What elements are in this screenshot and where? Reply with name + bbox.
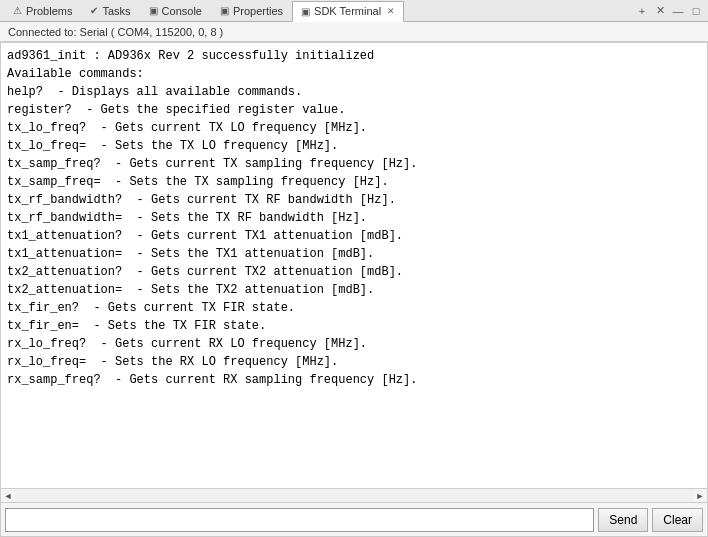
terminal-line: tx_fir_en? - Gets current TX FIR state. bbox=[7, 299, 701, 317]
terminal-line: tx2_attenuation= - Sets the TX2 attenuat… bbox=[7, 281, 701, 299]
terminal-line: rx_samp_freq? - Gets current RX sampling… bbox=[7, 371, 701, 389]
close-all-button[interactable]: ✕ bbox=[652, 3, 668, 19]
tab-console-label: Console bbox=[162, 5, 202, 17]
tab-sdk-terminal[interactable]: ▣ SDK Terminal ✕ bbox=[292, 1, 404, 22]
terminal-input-row: Send Clear bbox=[1, 502, 707, 536]
terminal-container: ad9361_init : AD936x Rev 2 successfully … bbox=[0, 42, 708, 537]
terminal-line: tx_lo_freq? - Gets current TX LO frequen… bbox=[7, 119, 701, 137]
tab-problems-label: Problems bbox=[26, 5, 72, 17]
tab-sdk-terminal-close[interactable]: ✕ bbox=[387, 6, 395, 16]
terminal-line: tx_lo_freq= - Sets the TX LO frequency [… bbox=[7, 137, 701, 155]
terminal-line: tx1_attenuation? - Gets current TX1 atte… bbox=[7, 227, 701, 245]
sdk-terminal-icon: ▣ bbox=[301, 6, 310, 17]
terminal-line: tx1_attenuation= - Sets the TX1 attenuat… bbox=[7, 245, 701, 263]
terminal-line: rx_lo_freq? - Gets current RX LO frequen… bbox=[7, 335, 701, 353]
tab-sdk-terminal-label: SDK Terminal bbox=[314, 5, 381, 17]
tab-console[interactable]: ▣ Console bbox=[140, 0, 211, 21]
scroll-right-button[interactable]: ► bbox=[693, 489, 707, 503]
tasks-icon: ✔ bbox=[90, 5, 98, 16]
terminal-line: Available commands: bbox=[7, 65, 701, 83]
tab-bar: ⚠ Problems ✔ Tasks ▣ Console ▣ Propertie… bbox=[0, 0, 708, 22]
terminal-line: ad9361_init : AD936x Rev 2 successfully … bbox=[7, 47, 701, 65]
connection-status: Connected to: Serial ( COM4, 115200, 0, … bbox=[8, 26, 223, 38]
scroll-track[interactable] bbox=[15, 489, 693, 503]
console-icon: ▣ bbox=[149, 5, 158, 16]
tab-problems[interactable]: ⚠ Problems bbox=[4, 0, 81, 21]
problems-icon: ⚠ bbox=[13, 5, 22, 16]
tab-tasks[interactable]: ✔ Tasks bbox=[81, 0, 139, 21]
terminal-line: register? - Gets the specified register … bbox=[7, 101, 701, 119]
terminal-line: tx_samp_freq? - Gets current TX sampling… bbox=[7, 155, 701, 173]
tab-properties[interactable]: ▣ Properties bbox=[211, 0, 292, 21]
status-bar: Connected to: Serial ( COM4, 115200, 0, … bbox=[0, 22, 708, 42]
send-button[interactable]: Send bbox=[598, 508, 648, 532]
tab-properties-label: Properties bbox=[233, 5, 283, 17]
terminal-line: tx_fir_en= - Sets the TX FIR state. bbox=[7, 317, 701, 335]
terminal-input[interactable] bbox=[5, 508, 594, 532]
terminal-output[interactable]: ad9361_init : AD936x Rev 2 successfully … bbox=[1, 43, 707, 488]
terminal-line: tx_rf_bandwidth? - Gets current TX RF ba… bbox=[7, 191, 701, 209]
terminal-line: rx_lo_freq= - Sets the RX LO frequency [… bbox=[7, 353, 701, 371]
terminal-line: tx2_attenuation? - Gets current TX2 atte… bbox=[7, 263, 701, 281]
scroll-left-button[interactable]: ◄ bbox=[1, 489, 15, 503]
terminal-line: tx_samp_freq= - Sets the TX sampling fre… bbox=[7, 173, 701, 191]
new-tab-button[interactable]: + bbox=[634, 3, 650, 19]
horizontal-scrollbar[interactable]: ◄ ► bbox=[1, 488, 707, 502]
minimize-button[interactable]: — bbox=[670, 3, 686, 19]
tab-bar-actions: + ✕ — □ bbox=[634, 3, 704, 19]
properties-icon: ▣ bbox=[220, 5, 229, 16]
terminal-line: tx_rf_bandwidth= - Sets the TX RF bandwi… bbox=[7, 209, 701, 227]
tab-tasks-label: Tasks bbox=[102, 5, 130, 17]
clear-button[interactable]: Clear bbox=[652, 508, 703, 532]
terminal-line: help? - Displays all available commands. bbox=[7, 83, 701, 101]
maximize-button[interactable]: □ bbox=[688, 3, 704, 19]
